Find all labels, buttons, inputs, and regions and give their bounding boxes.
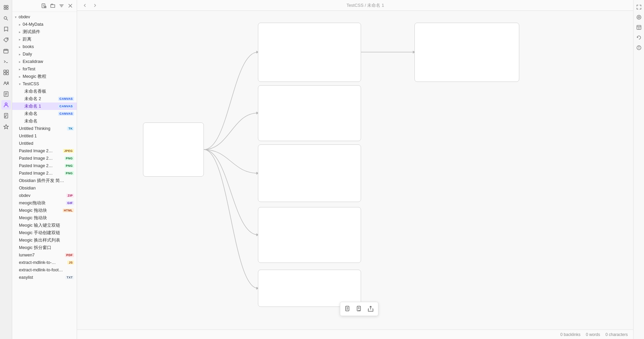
left-sidebar-icons (0, 0, 12, 339)
tree-item-unnamed2[interactable]: 未命名 2 CANVAS (12, 95, 77, 103)
starred-icon-btn[interactable] (1, 122, 11, 131)
tree-item-pasted-png3[interactable]: Pasted Image 2… PNG (12, 170, 77, 177)
canvas-node-far-right[interactable] (414, 23, 519, 82)
expand-view-btn[interactable] (635, 3, 643, 12)
svg-rect-13 (6, 70, 8, 72)
tree-item-meogic-input-shortcut[interactable]: Meogic 输入键立双链 (12, 222, 77, 229)
canvas-node-3[interactable] (258, 144, 361, 202)
tree-item-obsidian[interactable]: Obsidian (12, 184, 77, 192)
templates-icon-btn[interactable] (1, 89, 11, 99)
svg-rect-0 (4, 5, 6, 7)
tree-item-obdev-zip[interactable]: obdev ZIP (12, 192, 77, 199)
svg-rect-15 (6, 73, 8, 75)
tree-item-04mydata[interactable]: ▸ 04-MyData (12, 21, 77, 28)
tree-item-obsidian-dev[interactable]: Obsidian 插件开发 简… (12, 177, 77, 184)
tree-item-unnamed[interactable]: 未命名 (12, 117, 77, 125)
float-toolbar (340, 302, 378, 316)
undo-btn[interactable] (635, 33, 643, 42)
graph-view-btn[interactable] (635, 13, 643, 22)
svg-line-5 (6, 19, 8, 20)
tree-item-fortest[interactable]: ▸ forTest (12, 65, 77, 73)
word-count: 0 words (586, 332, 600, 337)
canvas-node-2[interactable] (258, 85, 361, 141)
tree-item-unnamed1-active[interactable]: 未命名 1 CANVAS (12, 103, 77, 110)
tree-item-unnamed-canvas[interactable]: 未命名 CANVAS (12, 110, 77, 117)
edit-document-btn[interactable] (354, 303, 364, 314)
bookmarks-icon-btn[interactable] (1, 24, 11, 34)
tree-item-easylist[interactable]: easylist TXT (12, 274, 77, 281)
tree-item-testcss[interactable]: ▾ TestCSS (12, 80, 77, 88)
tree-item-distance[interactable]: ▸ 距离 (12, 36, 77, 43)
svg-point-53 (638, 17, 640, 18)
tree-item-untitled[interactable]: Untitled (12, 140, 77, 147)
new-note-btn[interactable] (40, 2, 48, 9)
svg-point-22 (5, 103, 7, 105)
journal-icon-btn[interactable] (1, 111, 11, 120)
svg-rect-2 (4, 8, 6, 9)
file-tree-panel: ▾ obdev ▸ 04-MyData ▸ 测试插件 ▸ 距离 ▸ books … (12, 0, 77, 339)
tree-item-pasted-png1[interactable]: Pasted Image 2… PNG (12, 155, 77, 162)
tree-item-excalidraw[interactable]: ▸ Excalidraw (12, 58, 77, 65)
tree-item-whiteboard[interactable]: 未命名香板 (12, 88, 77, 95)
file-tree-header (12, 0, 77, 12)
files-icon-btn[interactable] (1, 3, 11, 12)
tree-item-meogic-gif[interactable]: meogic拖动块 GIF (12, 199, 77, 207)
calendar-icon-btn[interactable] (1, 46, 11, 55)
svg-point-6 (7, 39, 7, 39)
canvas-area[interactable] (77, 11, 633, 330)
breadcrumb: TestCSS / 未命名 1 (101, 2, 629, 8)
tree-item-meogic-block[interactable]: Meogic 拖动块 (12, 214, 77, 222)
tree-item-lunwen7[interactable]: lunwen7 PDF (12, 251, 77, 259)
tree-item-testplugin[interactable]: ▸ 测试插件 (12, 28, 77, 36)
tree-item-meogic-html[interactable]: Meogic 拖动块 HTML (12, 207, 77, 214)
main-area: TestCSS / 未命名 1 (77, 0, 633, 339)
root-arrow: ▾ (15, 15, 17, 19)
tree-item-untitled1[interactable]: Untitled 1 (12, 132, 77, 140)
canvas-node-1[interactable] (258, 23, 361, 82)
sort-btn[interactable] (58, 2, 65, 9)
canvas-node-4[interactable] (258, 207, 361, 263)
community-icon-btn[interactable] (1, 78, 11, 88)
svg-marker-27 (4, 125, 8, 129)
tree-item-extract-mdlink-foot[interactable]: extract-mdlink-to-foot… (12, 266, 77, 274)
tree-item-pasted-png2[interactable]: Pasted Image 2… PNG (12, 162, 77, 170)
tree-item-books[interactable]: ▸ books (12, 43, 77, 50)
tree-item-meogic-split[interactable]: Meogic 拆分窗口 (12, 244, 77, 251)
topbar: TestCSS / 未命名 1 (77, 0, 633, 11)
forward-btn[interactable] (91, 2, 99, 9)
root-label: obdev (19, 15, 74, 19)
svg-point-59 (639, 47, 639, 47)
file-tree-body: ▾ obdev ▸ 04-MyData ▸ 测试插件 ▸ 距离 ▸ books … (12, 12, 77, 339)
tags-icon-btn[interactable] (1, 35, 11, 45)
char-count: 0 characters (605, 332, 628, 337)
document-btn[interactable] (342, 303, 353, 314)
svg-point-52 (637, 15, 641, 19)
terminal-icon-btn[interactable] (1, 57, 11, 66)
tree-root[interactable]: ▾ obdev (12, 13, 77, 21)
tree-item-meogic-manual-shortcut[interactable]: Meogic 手动创建双链 (12, 229, 77, 236)
share-btn[interactable] (365, 303, 376, 314)
close-tree-btn[interactable] (67, 2, 74, 9)
new-folder-btn[interactable] (49, 2, 56, 9)
tree-item-meogic-tutorial[interactable]: ▸ Meogic 教程 (12, 73, 77, 80)
tree-item-pasted-jpeg[interactable]: Pasted Image 2… JPEG (12, 147, 77, 155)
canvas-node-root[interactable] (143, 122, 204, 177)
svg-rect-7 (4, 49, 8, 53)
blocks-icon-btn[interactable] (1, 68, 11, 77)
svg-point-17 (7, 82, 8, 83)
person-icon-btn[interactable] (1, 100, 11, 110)
svg-point-26 (5, 116, 6, 117)
info-btn[interactable] (635, 43, 643, 52)
right-panel (633, 0, 644, 339)
canvas-node-5[interactable] (258, 270, 361, 307)
tree-item-daily[interactable]: ▸ Daily (12, 50, 77, 58)
svg-point-4 (4, 17, 7, 19)
backlinks-count: 0 backlinks (560, 332, 580, 337)
tree-item-extract-mdlink[interactable]: extract-mdlink-to-… JS (12, 259, 77, 266)
table-view-btn[interactable] (635, 23, 643, 32)
tree-item-meogic-style-list[interactable]: Meogic 换出样式列表 (12, 236, 77, 244)
back-btn[interactable] (81, 2, 89, 9)
svg-rect-3 (6, 8, 8, 9)
tree-item-untitled-thinking[interactable]: Untitled Thinking TK (12, 125, 77, 132)
search-icon-btn[interactable] (1, 14, 11, 23)
